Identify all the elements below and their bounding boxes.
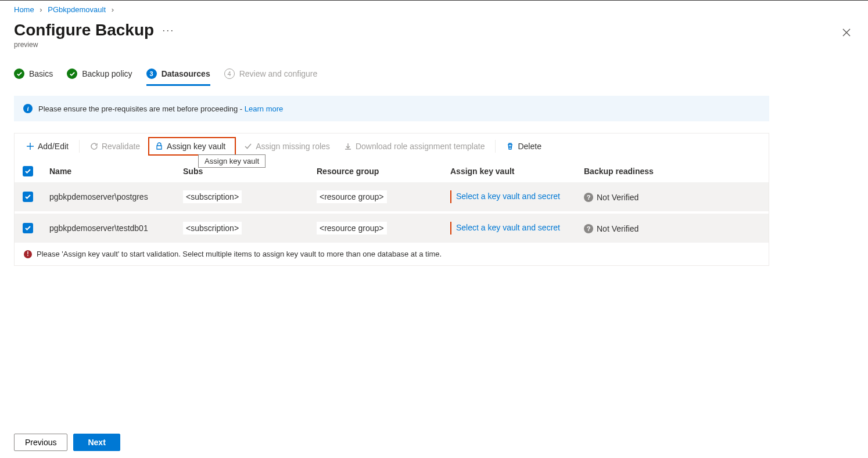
breadcrumb-vault[interactable]: PGbkpdemovault — [48, 5, 106, 14]
datasources-table: Name Subs Resource group Assign key vaul… — [15, 160, 769, 243]
error-icon: ! — [24, 250, 32, 258]
download-template-button: Download role assignment template — [338, 138, 491, 154]
wizard-tabs: Basics Backup policy 3 Datasources 4 Rev… — [14, 65, 854, 85]
col-backup-readiness: Backup readiness — [576, 160, 769, 182]
select-key-vault-link[interactable]: Select a key vault and secret — [456, 192, 560, 201]
tab-label: Basics — [29, 69, 53, 78]
col-assign-key-vault: Assign key vault — [442, 160, 576, 182]
validation-message: ! Please 'Assign key vault' to start val… — [15, 243, 769, 265]
chevron-right-icon: › — [40, 5, 42, 14]
tab-review-configure: 4 Review and configure — [224, 65, 318, 85]
assign-missing-roles-button: Assign missing roles — [238, 138, 336, 154]
row-checkbox[interactable] — [23, 192, 33, 202]
step-number-icon: 4 — [224, 68, 235, 79]
tab-label: Datasources — [162, 69, 210, 78]
row-checkbox[interactable] — [23, 223, 33, 233]
next-button[interactable]: Next — [73, 434, 120, 451]
refresh-icon — [90, 142, 98, 150]
learn-more-link[interactable]: Learn more — [245, 104, 283, 113]
button-label: Download role assignment template — [356, 142, 485, 151]
revalidate-button: Revalidate — [84, 138, 146, 154]
question-icon: ? — [584, 224, 593, 233]
cell-name: pgbkpdemoserver\postgres — [41, 182, 175, 212]
cell-resource-group: <resource group> — [317, 190, 387, 203]
subtitle: preview — [14, 41, 854, 49]
delete-button[interactable]: Delete — [500, 138, 547, 154]
highlight-box: Assign key vault Assign key vault — [148, 137, 236, 156]
chevron-right-icon: › — [112, 5, 114, 14]
add-edit-button[interactable]: Add/Edit — [20, 138, 74, 154]
trash-icon — [506, 142, 514, 150]
banner-text: Please ensure the pre-requisites are met… — [38, 104, 245, 113]
toolbar: Add/Edit Revalidate Assign key vault Ass… — [15, 134, 769, 160]
tab-label: Backup policy — [82, 69, 132, 78]
tab-backup-policy[interactable]: Backup policy — [67, 65, 132, 85]
info-banner: i Please ensure the pre-requisites are m… — [14, 96, 769, 121]
cell-readiness: Not Verified — [597, 193, 639, 202]
download-icon — [344, 142, 352, 150]
previous-button[interactable]: Previous — [14, 434, 67, 451]
button-label: Delete — [518, 142, 541, 151]
step-number-icon: 3 — [146, 68, 157, 79]
page-title: Configure Backup — [14, 21, 154, 39]
datasources-panel: Add/Edit Revalidate Assign key vault Ass… — [14, 133, 769, 266]
wizard-footer: Previous Next — [14, 434, 120, 451]
button-label: Add/Edit — [38, 142, 69, 151]
col-resource-group: Resource group — [309, 160, 442, 182]
info-icon: i — [23, 104, 33, 113]
tab-label: Review and configure — [239, 69, 318, 78]
breadcrumb: Home › PGbkpdemovault › — [14, 1, 854, 21]
check-icon — [67, 68, 77, 79]
footer-text: Please 'Assign key vault' to start valid… — [37, 250, 442, 258]
more-icon[interactable]: ··· — [162, 24, 174, 37]
cell-resource-group: <resource group> — [317, 222, 387, 235]
required-indicator — [450, 190, 451, 203]
button-label: Assign missing roles — [256, 142, 330, 151]
separator — [495, 140, 496, 153]
col-name: Name — [41, 160, 175, 182]
table-row[interactable]: pgbkpdemoserver\testdb01 <subscription> … — [15, 212, 769, 243]
lock-icon — [155, 142, 163, 150]
cell-subscription: <subscription> — [183, 222, 242, 235]
plus-icon — [26, 142, 34, 150]
select-all-checkbox[interactable] — [23, 166, 33, 176]
check-icon — [14, 68, 24, 79]
select-key-vault-link[interactable]: Select a key vault and secret — [456, 223, 560, 232]
check-icon — [244, 142, 252, 150]
tab-datasources[interactable]: 3 Datasources — [146, 65, 210, 85]
separator — [79, 140, 80, 153]
close-button[interactable] — [842, 28, 851, 37]
question-icon: ? — [584, 193, 593, 202]
assign-key-vault-button[interactable]: Assign key vault — [149, 138, 231, 154]
cell-name: pgbkpdemoserver\testdb01 — [41, 212, 175, 243]
table-row[interactable]: pgbkpdemoserver\postgres <subscription> … — [15, 182, 769, 212]
required-indicator — [450, 222, 451, 235]
tooltip: Assign key vault — [198, 154, 266, 168]
breadcrumb-home[interactable]: Home — [14, 5, 34, 14]
cell-subscription: <subscription> — [183, 190, 242, 203]
cell-readiness: Not Verified — [597, 224, 639, 233]
tab-basics[interactable]: Basics — [14, 65, 53, 85]
button-label: Revalidate — [102, 142, 140, 151]
button-label: Assign key vault — [167, 142, 225, 151]
